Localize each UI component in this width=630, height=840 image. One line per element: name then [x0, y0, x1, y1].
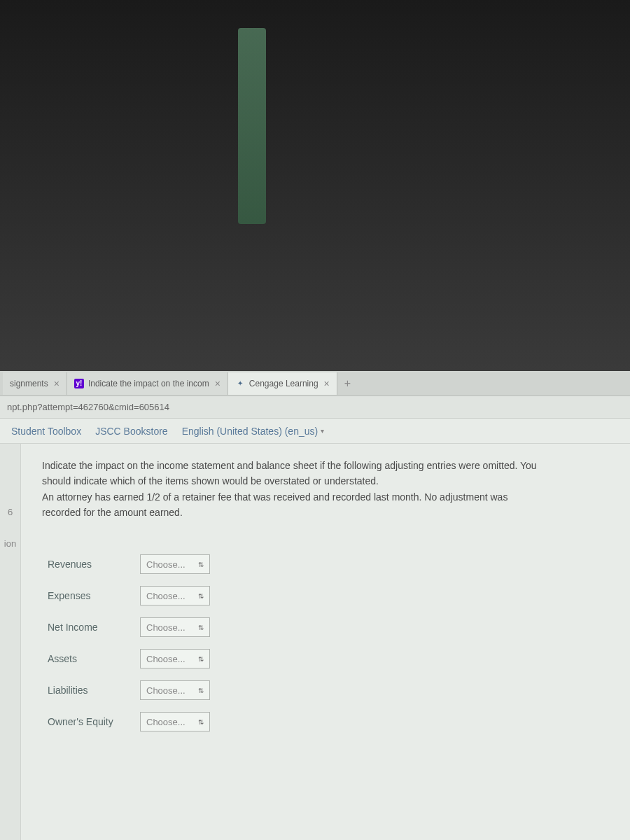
new-tab-button[interactable]: + [337, 377, 358, 390]
screen-reflection-area [0, 0, 630, 371]
address-bar[interactable]: npt.php?attempt=462760&cmid=605614 [0, 396, 630, 419]
select-placeholder: Choose... [146, 559, 186, 570]
close-icon[interactable]: × [54, 378, 59, 389]
answer-label: Expenses [42, 590, 140, 601]
tab-bar: signments × y! Indicate the impact on th… [0, 371, 630, 396]
answer-row-liabilities: Liabilities Choose... ⇅ [42, 675, 609, 706]
select-arrow-icon: ⇅ [198, 718, 204, 726]
answer-label: Net Income [42, 622, 140, 633]
answer-row-revenues: Revenues Choose... ⇅ [42, 549, 609, 580]
select-placeholder: Choose... [146, 685, 186, 696]
question-sidebar: 6 ion [0, 444, 21, 840]
answer-row-assets: Assets Choose... ⇅ [42, 643, 609, 675]
question-line: An attorney has earned 1/2 of a retainer… [42, 489, 609, 505]
select-placeholder: Choose... [146, 622, 186, 633]
answer-label: Revenues [42, 559, 140, 570]
reflection-object [238, 28, 266, 224]
sidebar-fragment: ion [4, 538, 16, 549]
answer-row-expenses: Expenses Choose... ⇅ [42, 580, 609, 612]
liabilities-select[interactable]: Choose... ⇅ [140, 680, 210, 700]
answer-label: Assets [42, 653, 140, 664]
expenses-select[interactable]: Choose... ⇅ [140, 586, 210, 606]
answer-label: Owner's Equity [42, 716, 140, 727]
select-arrow-icon: ⇅ [198, 655, 204, 663]
close-icon[interactable]: × [215, 378, 220, 389]
nav-language-dropdown[interactable]: English (United States) (en_us) [182, 426, 325, 437]
revenues-select[interactable]: Choose... ⇅ [140, 554, 210, 574]
select-arrow-icon: ⇅ [198, 561, 204, 568]
question-content: Indicate the impact on the income statem… [21, 444, 630, 840]
cengage-icon: ✦ [235, 379, 245, 388]
question-line: recorded for the amount earned. [42, 505, 609, 520]
answer-row-owners-equity: Owner's Equity Choose... ⇅ [42, 706, 609, 738]
select-placeholder: Choose... [146, 591, 186, 601]
select-arrow-icon: ⇅ [198, 687, 204, 694]
browser-window: signments × y! Indicate the impact on th… [0, 371, 630, 840]
answer-label: Liabilities [42, 685, 140, 696]
assets-select[interactable]: Choose... ⇅ [140, 649, 210, 668]
question-line: should indicate which of the items shown… [42, 473, 609, 489]
answer-row-net-income: Net Income Choose... ⇅ [42, 612, 609, 643]
select-arrow-icon: ⇅ [198, 592, 204, 600]
content-wrapper: 6 ion Indicate the impact on the income … [0, 444, 630, 840]
close-icon[interactable]: × [324, 378, 330, 389]
select-placeholder: Choose... [146, 654, 186, 664]
tab-assignments[interactable]: signments × [3, 372, 67, 395]
site-nav-bar: Student Toolbox JSCC Bookstore English (… [0, 419, 630, 444]
select-placeholder: Choose... [146, 717, 186, 727]
tab-label: Cengage Learning [249, 379, 318, 388]
tab-indicate-impact[interactable]: y! Indicate the impact on the incom × [67, 372, 228, 395]
nav-student-toolbox[interactable]: Student Toolbox [11, 426, 81, 437]
select-arrow-icon: ⇅ [198, 624, 204, 631]
question-prompt: Indicate the impact on the income statem… [42, 458, 609, 521]
tab-label: Indicate the impact on the incom [88, 379, 209, 388]
question-number: 6 [8, 507, 13, 517]
question-line: Indicate the impact on the income statem… [42, 458, 609, 473]
answer-table: Revenues Choose... ⇅ Expenses Choose... … [42, 549, 609, 738]
owners-equity-select[interactable]: Choose... ⇅ [140, 712, 210, 732]
net-income-select[interactable]: Choose... ⇅ [140, 617, 210, 637]
tab-label: signments [10, 379, 48, 388]
yahoo-icon: y! [74, 379, 84, 388]
nav-bookstore[interactable]: JSCC Bookstore [95, 426, 167, 437]
url-text: npt.php?attempt=462760&cmid=605614 [7, 402, 169, 412]
tab-cengage-learning[interactable]: ✦ Cengage Learning × [228, 372, 337, 395]
